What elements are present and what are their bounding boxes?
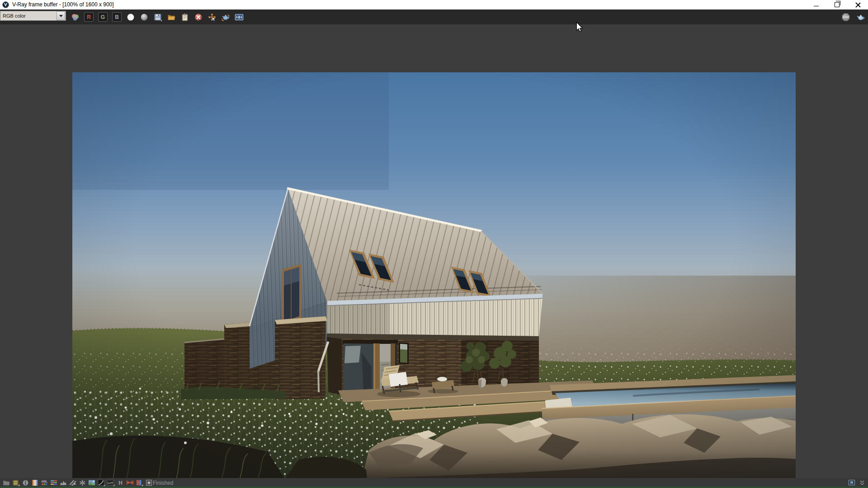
background-image-icon[interactable] (88, 479, 96, 486)
chevron-down-icon (57, 11, 65, 20)
svg-text:H: H (118, 480, 123, 486)
stamp-icon[interactable] (145, 479, 153, 486)
color-balance-icon[interactable] (50, 479, 58, 486)
color-clamp-icon[interactable] (31, 479, 39, 486)
close-icon (855, 2, 860, 7)
exposure-icon[interactable] (69, 479, 77, 486)
red-channel-button[interactable]: R (84, 12, 94, 22)
test-render-icon[interactable] (12, 479, 20, 486)
hsl-icon[interactable]: HSL (40, 479, 48, 486)
history-folder-icon[interactable] (2, 479, 10, 486)
proportion-guides-icon[interactable] (126, 479, 134, 486)
minimize-button[interactable] (806, 0, 826, 9)
svg-text:LUT: LUT (108, 482, 113, 484)
collapse-toolbar-icon[interactable] (858, 479, 866, 486)
alpha-channel-icon[interactable] (126, 13, 135, 22)
restore-button[interactable] (826, 0, 847, 9)
curves-icon[interactable] (97, 479, 105, 486)
window-title: V-Ray frame buffer - [100% of 1600 x 900… (12, 0, 114, 9)
white-balance-icon[interactable] (78, 479, 86, 486)
vray-logo-icon (2, 1, 9, 8)
minimize-icon (814, 6, 819, 6)
close-button[interactable] (847, 0, 868, 9)
info-icon[interactable] (21, 479, 29, 486)
duplicate-buffer-icon[interactable] (235, 13, 244, 22)
render-status-text: Finished (153, 480, 173, 486)
render-icon[interactable] (856, 13, 865, 22)
channel-select[interactable]: RGB color (0, 11, 66, 21)
save-image-icon[interactable] (153, 13, 162, 22)
vfb-canvas (0, 24, 868, 478)
svg-text:HSL: HSL (42, 480, 47, 483)
restore-icon (835, 2, 840, 7)
ab-compare-icon[interactable] (135, 479, 143, 486)
green-channel-button[interactable]: G (98, 12, 108, 22)
svg-text:STOP: STOP (843, 16, 849, 19)
copy-clipboard-icon[interactable] (180, 13, 189, 22)
vfb-toolbar: RGB color R G B (0, 9, 868, 24)
channel-select-value: RGB color (0, 13, 57, 19)
render-last-icon[interactable] (221, 13, 230, 22)
render-image[interactable] (72, 72, 796, 479)
levels-icon[interactable] (59, 479, 67, 486)
rgb-channels-icon[interactable] (71, 13, 80, 22)
monochrome-icon[interactable] (140, 13, 149, 22)
region-render-icon[interactable] (208, 13, 217, 22)
icc-icon[interactable]: H (116, 479, 124, 486)
title-bar: V-Ray frame buffer - [100% of 1600 x 900… (0, 0, 868, 9)
pixel-info-icon[interactable] (848, 479, 856, 486)
load-image-icon[interactable] (167, 13, 176, 22)
clear-image-icon[interactable] (194, 13, 203, 22)
status-bar: HSL (0, 478, 868, 488)
blue-channel-button[interactable]: B (112, 12, 122, 22)
lut-icon[interactable]: LUT (107, 479, 115, 486)
stop-render-icon[interactable]: STOP (841, 13, 850, 22)
